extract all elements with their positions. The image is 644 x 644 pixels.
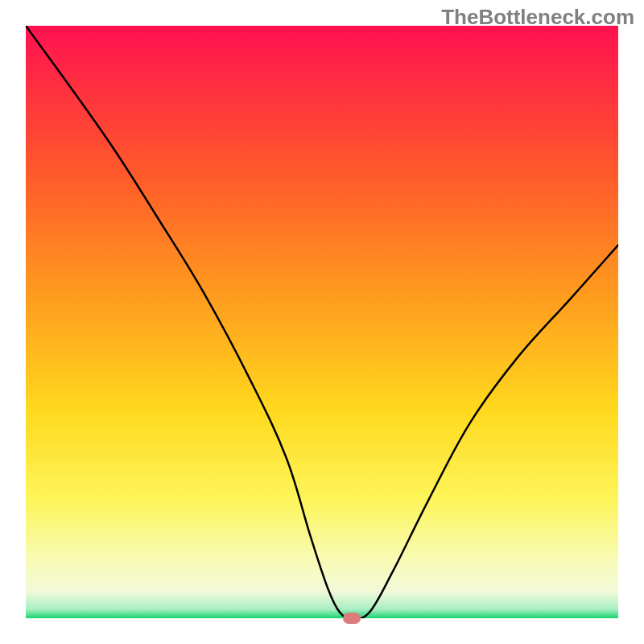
bottleneck-chart: TheBottleneck.com — [0, 0, 644, 644]
watermark-text: TheBottleneck.com — [441, 5, 634, 30]
gradient-background — [26, 26, 618, 618]
chart-svg — [26, 26, 618, 618]
optimal-marker — [343, 613, 361, 624]
plot-area — [26, 26, 618, 618]
